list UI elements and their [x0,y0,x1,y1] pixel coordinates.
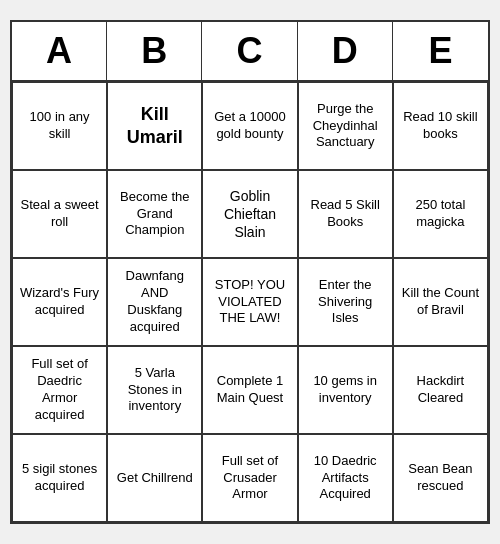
bingo-cell-13[interactable]: Enter the Shivering Isles [298,258,393,346]
bingo-cell-21[interactable]: Get Chillrend [107,434,202,522]
letter-a: A [12,22,107,80]
bingo-cell-4[interactable]: Read 10 skill books [393,82,488,170]
bingo-cell-18[interactable]: 10 gems in inventory [298,346,393,434]
bingo-cell-0[interactable]: 100 in any skill [12,82,107,170]
bingo-cell-2[interactable]: Get a 10000 gold bounty [202,82,297,170]
letter-c: C [202,22,297,80]
bingo-cell-23[interactable]: 10 Daedric Artifacts Acquired [298,434,393,522]
bingo-cell-7[interactable]: Goblin Chieftan Slain [202,170,297,258]
letter-e: E [393,22,488,80]
bingo-cell-17[interactable]: Complete 1 Main Quest [202,346,297,434]
bingo-cell-15[interactable]: Full set of Daedric Armor acquired [12,346,107,434]
bingo-grid: 100 in any skillKill UmarilGet a 10000 g… [12,82,488,522]
bingo-cell-8[interactable]: Read 5 Skill Books [298,170,393,258]
bingo-cell-19[interactable]: Hackdirt Cleared [393,346,488,434]
bingo-cell-22[interactable]: Full set of Crusader Armor [202,434,297,522]
bingo-cell-3[interactable]: Purge the Cheydinhal Sanctuary [298,82,393,170]
bingo-cell-11[interactable]: Dawnfang AND Duskfang acquired [107,258,202,346]
bingo-header: A B C D E [12,22,488,82]
bingo-cell-5[interactable]: Steal a sweet roll [12,170,107,258]
bingo-card: A B C D E 100 in any skillKill UmarilGet… [10,20,490,524]
bingo-cell-14[interactable]: Kill the Count of Bravil [393,258,488,346]
bingo-cell-20[interactable]: 5 sigil stones acquired [12,434,107,522]
bingo-cell-9[interactable]: 250 total magicka [393,170,488,258]
bingo-cell-10[interactable]: Wizard's Fury acquired [12,258,107,346]
bingo-cell-16[interactable]: 5 Varla Stones in inventory [107,346,202,434]
bingo-cell-1[interactable]: Kill Umaril [107,82,202,170]
letter-d: D [298,22,393,80]
letter-b: B [107,22,202,80]
bingo-cell-12[interactable]: STOP! YOU VIOLATED THE LAW! [202,258,297,346]
bingo-cell-24[interactable]: Sean Bean rescued [393,434,488,522]
bingo-cell-6[interactable]: Become the Grand Champion [107,170,202,258]
